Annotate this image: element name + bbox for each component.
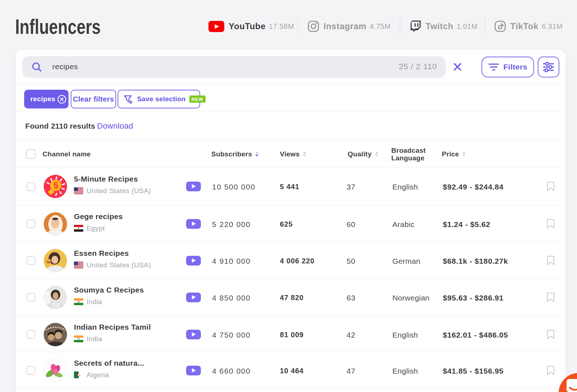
svg-text:5: 5 [53, 181, 58, 190]
